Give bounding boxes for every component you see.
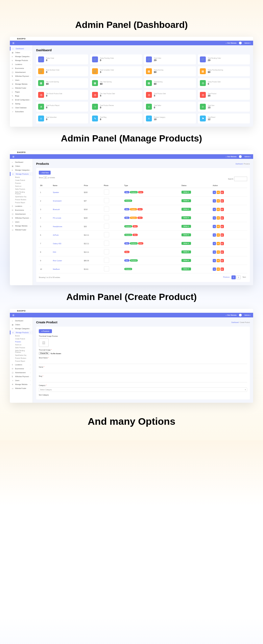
edit-button[interactable]: ✎: [213, 242, 216, 245]
sidebar-item-users[interactable]: ☺Users›: [10, 78, 33, 82]
product-link[interactable]: MacBook: [53, 268, 60, 270]
sidebar-sub-stock-out[interactable]: Stock out: [10, 343, 33, 346]
edit-button[interactable]: ✎: [213, 250, 216, 254]
edit-button[interactable]: ✎: [213, 191, 216, 194]
sidebar-item-manage-products[interactable]: ≡Manage Products›: [10, 331, 33, 334]
sidebar-item-manage-categories[interactable]: ≡Manage Categories›: [10, 54, 33, 58]
visit-website-link[interactable]: ⌂ Visit Website: [226, 42, 236, 44]
search-input[interactable]: [234, 177, 247, 181]
view-button[interactable]: 👁: [217, 250, 220, 254]
product-link[interactable]: Rice Cooker: [53, 260, 62, 262]
sidebar-item-ecommerce[interactable]: ⛁Ecommerce›: [10, 208, 33, 212]
status-button[interactable]: Active ▾: [181, 233, 191, 236]
sidebar-item-dashboard[interactable]: ⌂Dashboard: [10, 319, 33, 323]
col-photo[interactable]: Photo: [103, 183, 123, 188]
page-1[interactable]: 1: [231, 275, 236, 279]
delete-button[interactable]: 🗑: [221, 199, 224, 203]
visit-website-link[interactable]: ⌂ Visit Website: [226, 156, 236, 158]
choose-file-button[interactable]: Choose File: [39, 352, 49, 355]
sidebar-item-manage-website[interactable]: ⚙Manage Website›: [10, 224, 33, 228]
user-menu[interactable]: Admin ▾: [244, 42, 251, 44]
sidebar-item-ecommerce[interactable]: ⛁Ecommerce›: [10, 367, 33, 371]
edit-button[interactable]: ✎: [213, 259, 216, 262]
sidebar-sub-product-reviews[interactable]: Product Reviews: [10, 357, 33, 360]
sidebar-item-clear-database[interactable]: ⛁Clear Database: [10, 106, 33, 110]
sidebar-item-orders[interactable]: ▦Orders›: [10, 51, 33, 54]
sidebar-sub-product-report[interactable]: Product Report: [10, 201, 33, 204]
sidebar-item-locations[interactable]: ⚲Locations›: [10, 62, 33, 66]
name-input[interactable]: [39, 369, 247, 373]
sidebar-item-manage-website[interactable]: ⚙Manage Website›: [10, 382, 33, 386]
view-button[interactable]: 👁: [217, 208, 220, 211]
sidebar-item-website-footer[interactable]: ▭Website Footer: [10, 86, 33, 90]
edit-button[interactable]: ✎: [213, 208, 216, 211]
delete-button[interactable]: 🗑: [221, 216, 224, 220]
sidebar-item-withdraw-payment[interactable]: $Withdraw Payment›: [10, 375, 33, 378]
sidebar-sub-seller-pending-products[interactable]: Seller Pending Products: [10, 349, 33, 354]
sidebar-item-dashboard[interactable]: ⌂Dashboard: [10, 160, 33, 164]
sidebar-item-pages[interactable]: ▯Pages: [10, 90, 33, 94]
hamburger-icon[interactable]: ≡: [12, 313, 14, 317]
sidebar-sub-brands[interactable]: Brands: [10, 176, 33, 179]
avatar[interactable]: [239, 42, 242, 44]
edit-button[interactable]: ✎: [213, 233, 216, 237]
view-button[interactable]: 👁: [217, 225, 220, 228]
user-menu[interactable]: Admin ▾: [244, 314, 251, 316]
status-button[interactable]: Active ▾: [181, 191, 191, 194]
delete-button[interactable]: 🗑: [221, 259, 224, 262]
edit-button[interactable]: ✎: [213, 225, 216, 228]
sidebar-item-manage-website[interactable]: ⚙Manage Website›: [10, 82, 33, 86]
delete-button[interactable]: 🗑: [221, 268, 224, 271]
delete-button[interactable]: 🗑: [221, 225, 224, 228]
col-price[interactable]: Price: [83, 183, 102, 188]
product-link[interactable]: Smartwatch: [53, 200, 61, 202]
delete-button[interactable]: 🗑: [221, 233, 224, 237]
sidebar-item-locations[interactable]: ⚲Locations›: [10, 204, 33, 208]
product-link[interactable]: Bluetooth: [53, 208, 60, 210]
view-button[interactable]: 👁: [217, 191, 220, 194]
sidebar-item-users[interactable]: ☺Users›: [10, 378, 33, 382]
sidebar-item-advertisement[interactable]: ◫Advertisement›: [10, 371, 33, 375]
sidebar-sub-specification-key[interactable]: Specification Key: [10, 354, 33, 357]
edit-button[interactable]: ✎: [213, 268, 216, 271]
entries-select[interactable]: 10: [43, 176, 47, 179]
sidebar-sub-products[interactable]: Products: [10, 340, 33, 343]
avatar[interactable]: [239, 155, 242, 158]
sidebar-sub-seller-products[interactable]: Seller Products: [10, 188, 33, 191]
status-button[interactable]: Active ▾: [181, 199, 191, 202]
view-button[interactable]: 👁: [217, 242, 220, 245]
status-button[interactable]: Active ▾: [181, 259, 191, 262]
avatar[interactable]: [239, 314, 242, 316]
view-button[interactable]: 👁: [217, 199, 220, 203]
products-tab[interactable]: ≡ Products: [39, 329, 52, 333]
status-button[interactable]: Active ▾: [181, 216, 191, 219]
edit-button[interactable]: ✎: [213, 199, 216, 203]
status-button[interactable]: Active ▾: [181, 225, 191, 228]
prev-page[interactable]: Previous: [222, 275, 231, 279]
sidebar-sub-create-product[interactable]: Create Product: [10, 179, 33, 182]
category-select[interactable]: Select Category▾: [39, 387, 247, 392]
page-2[interactable]: 2: [236, 275, 241, 279]
sidebar-sub-product-reviews[interactable]: Product Reviews: [10, 198, 33, 201]
sidebar-item-withdraw-payment[interactable]: $Withdraw Payment›: [10, 74, 33, 78]
sidebar-item-users[interactable]: ☺Users›: [10, 220, 33, 224]
status-button[interactable]: Active ▾: [181, 208, 191, 211]
delete-button[interactable]: 🗑: [221, 242, 224, 245]
product-link[interactable]: PS console: [53, 217, 61, 219]
logo[interactable]: SHOPO: [10, 38, 33, 40]
visit-website-link[interactable]: ⌂ Visit Website: [226, 314, 236, 316]
product-link[interactable]: Headphones: [53, 225, 62, 227]
sidebar-sub-specification-key[interactable]: Specification Key: [10, 195, 33, 198]
user-menu[interactable]: Admin ▾: [244, 156, 251, 158]
sidebar-item-advertisement[interactable]: ◫Advertisement›: [10, 70, 33, 74]
slug-input[interactable]: [39, 378, 247, 382]
logo[interactable]: SHOPO: [10, 310, 33, 312]
sidebar-sub-seller-pending-products[interactable]: Seller Pending Products: [10, 191, 33, 195]
hamburger-icon[interactable]: ≡: [12, 41, 14, 45]
view-button[interactable]: 👁: [217, 216, 220, 220]
col-type[interactable]: Type: [123, 183, 180, 188]
sidebar-item-setting[interactable]: ⚙Setting: [10, 102, 33, 106]
sidebar-item-orders[interactable]: ▦Orders›: [10, 323, 33, 327]
add-new-button[interactable]: + Add New: [39, 171, 51, 175]
col-action[interactable]: Action: [211, 183, 247, 188]
